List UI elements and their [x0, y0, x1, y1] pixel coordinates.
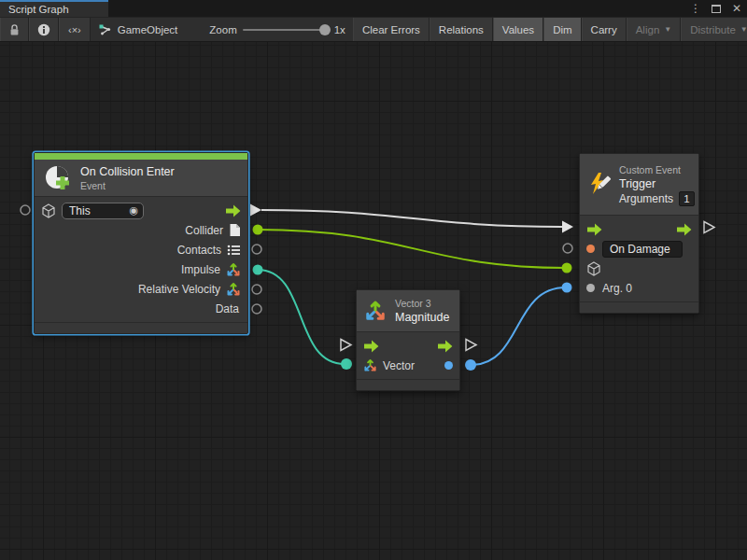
- relative-velocity-label: Relative Velocity: [138, 283, 220, 296]
- carry-toggle[interactable]: Carry: [582, 18, 627, 41]
- clear-errors-button[interactable]: Clear Errors: [353, 18, 430, 41]
- node-footer: [580, 301, 698, 313]
- node-subtitle: Event: [80, 179, 175, 192]
- string-type-icon: [586, 245, 595, 253]
- target-row: [580, 259, 698, 278]
- values-toggle[interactable]: Values: [493, 18, 543, 41]
- this-field-value: This: [69, 204, 91, 217]
- values-label: Values: [502, 24, 534, 35]
- contacts-output-port[interactable]: [252, 245, 261, 254]
- graph-context-label: GameObject: [118, 24, 178, 35]
- wire-magnitude-to-arg0[interactable]: [471, 287, 566, 365]
- maximize-icon[interactable]: [712, 5, 721, 13]
- clear-errors-label: Clear Errors: [362, 24, 420, 35]
- flow-arrow-icon: [225, 204, 241, 217]
- collider-label: Collider: [185, 224, 223, 237]
- flow-arrow-icon: [437, 340, 453, 353]
- node-on-collision-enter[interactable]: On Collision Enter Event This ◉: [34, 152, 248, 334]
- node-trigger-custom-event[interactable]: Custom Event Trigger Arguments 1: [579, 153, 699, 314]
- script-graph-icon: [98, 23, 112, 36]
- chevron-down-icon: ▼: [664, 25, 671, 34]
- distribute-dropdown[interactable]: Distribute ▼: [681, 18, 747, 41]
- flow-output-port-magnitude[interactable]: [466, 340, 476, 351]
- impulse-output-port[interactable]: [253, 265, 263, 275]
- dim-label: Dim: [553, 24, 571, 35]
- flow-input-port-magnitude[interactable]: [341, 340, 351, 351]
- wire-collider-to-target[interactable]: [258, 230, 566, 268]
- dim-toggle[interactable]: Dim: [543, 18, 581, 41]
- lock-button[interactable]: [0, 18, 29, 41]
- relative-velocity-output-port[interactable]: [252, 285, 261, 294]
- vector3-icon: [363, 358, 377, 372]
- flow-arrow-icon: [586, 223, 602, 236]
- this-target-field[interactable]: This ◉: [62, 203, 144, 219]
- carry-label: Carry: [591, 24, 617, 35]
- tab-script-graph-label: Script Graph: [8, 4, 69, 15]
- on-collision-body: This ◉ Collider: [35, 197, 247, 322]
- impulse-row: Impulse: [35, 259, 247, 279]
- zoom-label: Zoom: [209, 24, 236, 35]
- impulse-label: Impulse: [181, 263, 220, 276]
- vector-input-port[interactable]: [341, 358, 352, 370]
- arguments-count-field[interactable]: 1: [679, 191, 695, 206]
- info-icon: [37, 23, 50, 36]
- node-title: On Collision Enter: [80, 164, 175, 179]
- align-dropdown[interactable]: Align ▼: [627, 18, 682, 41]
- menu-dots-icon[interactable]: ⋮: [689, 2, 702, 15]
- relations-button[interactable]: Relations: [430, 18, 493, 41]
- zoom-control: Zoom 1x: [202, 18, 353, 41]
- trigger-header: Custom Event Trigger Arguments 1: [580, 154, 698, 216]
- align-label: Align: [636, 24, 660, 35]
- flow-output-port-trigger[interactable]: [704, 222, 714, 233]
- unity-script-graph-window: Script Graph ⋮ ✕ ‹×› GameObjec: [0, 0, 747, 560]
- flow-row: [357, 336, 459, 356]
- event-name-input-port[interactable]: [563, 244, 572, 253]
- node-title: Trigger: [619, 176, 695, 191]
- zoom-value: 1x: [334, 24, 345, 35]
- node-title: Magnitude: [395, 310, 449, 325]
- inspect-button[interactable]: [29, 18, 59, 41]
- object-picker-icon[interactable]: ◉: [129, 204, 138, 217]
- collision-event-icon: [44, 164, 72, 192]
- relative-velocity-row: Relative Velocity: [35, 279, 247, 299]
- magnitude-header: Vector 3 Magnitude: [357, 290, 459, 332]
- zoom-slider-handle[interactable]: [319, 24, 331, 35]
- flow-output-port-oncollision[interactable]: [250, 204, 261, 217]
- chevron-down-icon: ▼: [740, 25, 747, 34]
- graph-context[interactable]: GameObject: [91, 18, 186, 41]
- magnitude-body: Vector: [357, 332, 459, 379]
- flow-row: [580, 219, 698, 239]
- wire-impulse-to-vector[interactable]: [258, 270, 345, 364]
- flow-arrow-icon: [363, 340, 379, 353]
- trigger-body: On Damage Arg. 0: [580, 216, 698, 301]
- event-name-row: On Damage: [580, 239, 698, 259]
- vector3-icon: [226, 282, 241, 297]
- data-output-port[interactable]: [252, 304, 261, 314]
- relations-label: Relations: [439, 24, 484, 35]
- close-icon[interactable]: ✕: [730, 2, 743, 15]
- wire-flow-oncollision-to-trigger[interactable]: [261, 210, 562, 227]
- tab-script-graph[interactable]: Script Graph: [0, 0, 108, 17]
- collider-output-port[interactable]: [253, 225, 263, 235]
- list-icon: [227, 244, 241, 257]
- gameobject-cube-icon: [586, 261, 601, 276]
- target-input-port-trigger[interactable]: [562, 263, 572, 273]
- event-name-field[interactable]: On Damage: [602, 241, 683, 258]
- this-input-port[interactable]: [21, 205, 30, 215]
- flow-arrow-icon: [676, 223, 692, 236]
- arg0-row: Arg. 0: [580, 278, 698, 298]
- magnitude-output-port[interactable]: [465, 359, 476, 371]
- window-controls: ⋮ ✕: [689, 0, 743, 17]
- on-collision-header: On Collision Enter Event: [35, 160, 247, 197]
- collider-row: Collider: [35, 220, 247, 240]
- zoom-slider[interactable]: [243, 29, 329, 31]
- code-view-icon: ‹×›: [68, 24, 81, 35]
- graph-canvas[interactable]: On Collision Enter Event This ◉: [0, 42, 747, 560]
- flow-input-port-trigger[interactable]: [562, 221, 573, 233]
- data-row: Data: [35, 299, 247, 318]
- gameobject-cube-icon: [41, 203, 56, 218]
- arg0-input-port[interactable]: [562, 283, 572, 293]
- node-footer: [35, 322, 247, 333]
- code-view-button[interactable]: ‹×›: [59, 18, 91, 41]
- node-vector3-magnitude[interactable]: Vector 3 Magnitude: [356, 289, 460, 391]
